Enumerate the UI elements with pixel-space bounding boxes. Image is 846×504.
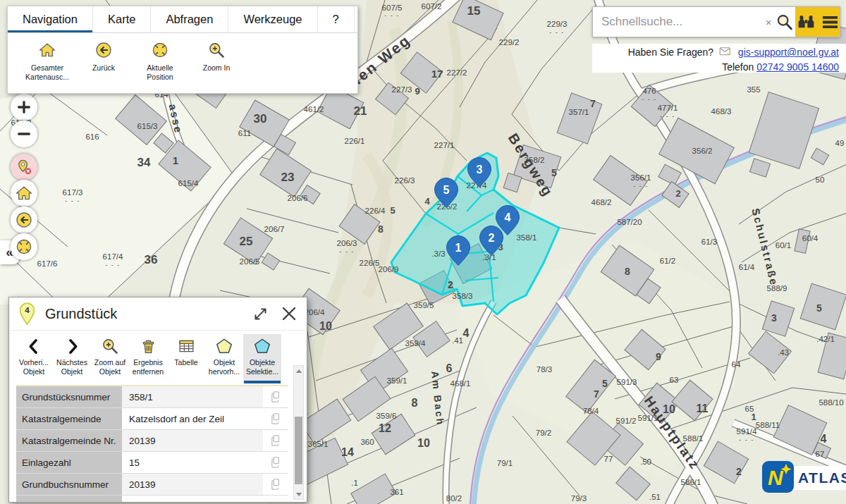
map-control-current-position[interactable] xyxy=(11,233,37,260)
support-phone-link[interactable]: 02742 9005 14600 xyxy=(756,61,839,73)
phone-label: Telefon xyxy=(722,61,754,73)
parcel-label: 616 xyxy=(85,133,99,141)
popup-scrollbar[interactable] xyxy=(293,365,304,500)
parcel-label: 617/3 xyxy=(63,188,83,197)
parcel-label: 468/1 xyxy=(450,379,471,388)
parcel-label: 8 xyxy=(625,266,630,277)
parcel-label: - - - xyxy=(660,113,675,120)
parcel-label: .43 xyxy=(778,348,789,357)
zoom-in-button[interactable]: Zoom In xyxy=(188,39,245,82)
copy-icon[interactable] xyxy=(263,452,288,473)
parcel-label: 25 xyxy=(240,235,253,248)
parcel-label: 607/5 xyxy=(382,4,403,12)
attribute-row: Grundbuchsnummer20139 xyxy=(16,474,288,496)
parcel-label: 15 xyxy=(467,4,481,18)
copy-icon[interactable] xyxy=(263,474,288,495)
parcel-label: - - - xyxy=(105,262,121,269)
button-label: NächstesObjekt xyxy=(56,358,87,376)
parcel-label: 468/3 xyxy=(711,107,732,116)
remove-result-button[interactable]: Ergebnisentfernen xyxy=(129,334,167,383)
scroll-down-icon[interactable] xyxy=(294,490,303,498)
parcel-label: 360 xyxy=(360,438,374,446)
ribbon-panel: NavigationKarteAbfragenWerkzeuge? Gesamt… xyxy=(7,6,358,94)
search-icon[interactable] xyxy=(774,7,795,37)
noe-logo: N xyxy=(762,461,794,493)
popup-title: Grundstück xyxy=(45,306,241,322)
select-objects-button[interactable]: ObjekteSelektie... xyxy=(243,334,281,383)
parcel-label: 79/2 xyxy=(536,429,551,437)
parcel-label: 229/3 xyxy=(547,20,568,28)
parcel-label: 79/3 xyxy=(571,494,587,503)
parcel-label: 60/4 xyxy=(802,234,819,242)
copy-icon[interactable] xyxy=(263,386,288,407)
tab-help[interactable]: ? xyxy=(318,6,355,32)
parcel-label: 61/3 xyxy=(701,238,717,246)
parcel-label: 355 xyxy=(747,85,760,94)
tab-navigation[interactable]: Navigation xyxy=(8,6,93,32)
parcel-label: 477/1 xyxy=(658,104,678,112)
support-email-link[interactable]: gis-support@noel.gv.at xyxy=(738,47,839,58)
scrollbar-thumb[interactable] xyxy=(295,417,302,484)
search-input[interactable] xyxy=(593,7,763,37)
parcel-label: 10 xyxy=(319,320,332,332)
email-icon xyxy=(719,47,732,61)
atlas-logo-text: ATLAS xyxy=(798,469,846,486)
tab-werkzeuge[interactable]: Werkzeuge xyxy=(228,6,317,32)
parcel-label: 206/7 xyxy=(264,225,285,233)
map-control-remove-marker[interactable] xyxy=(11,154,37,180)
parcel-label: 591/1 xyxy=(638,414,658,422)
attribute-value: 358/1 xyxy=(122,386,263,407)
parcel-label: 64 xyxy=(732,360,741,369)
parcel-label: 359/5 xyxy=(414,301,434,309)
parcel-label: 63 xyxy=(670,376,679,384)
highlight-object-button[interactable]: Objekthervorh... xyxy=(205,334,243,383)
zoom-to-object-icon xyxy=(101,334,119,358)
attribute-label: Katastralgemeinde xyxy=(16,408,122,429)
parcel-label: 21 xyxy=(354,104,367,118)
parcel-label: 227/1 xyxy=(434,141,455,149)
parcel-label: 9 xyxy=(415,86,419,97)
menu-icon[interactable] xyxy=(821,15,839,30)
table-button[interactable]: Tabelle xyxy=(167,334,205,383)
remove-result-icon xyxy=(140,334,157,358)
parcel-label: 50 xyxy=(816,176,825,184)
parcel-label: 8 xyxy=(378,223,384,235)
binoculars-icon[interactable] xyxy=(796,13,816,30)
full-extent-button[interactable]: GesamterKartenausc... xyxy=(19,39,75,82)
parcel-label: 17 xyxy=(431,68,443,80)
current-position-button[interactable]: AktuellePosition xyxy=(132,39,188,82)
next-object-button[interactable]: NächstesObjekt xyxy=(53,334,91,383)
previous-object-button[interactable]: Vorheri...Objekt xyxy=(15,334,53,383)
parcel-label: 34 xyxy=(137,156,151,169)
attribute-row: Einlagezahl15 xyxy=(16,452,288,474)
svg-text:1: 1 xyxy=(455,242,462,254)
parcel-label: 356/2 xyxy=(692,147,713,155)
scroll-up-icon[interactable] xyxy=(294,367,303,375)
zoom-in-icon xyxy=(188,39,245,61)
parcel-label: 358/3 xyxy=(453,292,473,300)
attribute-row: Katastralgemeinde Nr.20139 xyxy=(16,430,288,452)
parcel-label: 7 xyxy=(594,388,599,400)
parcel-label: 359/4 xyxy=(405,339,426,348)
popup-close-icon[interactable] xyxy=(280,305,298,323)
map-control-back[interactable] xyxy=(11,207,37,233)
parcel-label: 49 xyxy=(835,139,845,147)
map-control-zoom-in[interactable] xyxy=(11,94,37,121)
tab-abfragen[interactable]: Abfragen xyxy=(151,6,228,32)
copy-icon[interactable] xyxy=(263,430,288,451)
search-clear-icon[interactable]: × xyxy=(763,7,774,37)
tab-karte[interactable]: Karte xyxy=(93,6,151,32)
copy-icon[interactable] xyxy=(263,408,288,429)
zoom-to-object-button[interactable]: Zoom aufObjekt xyxy=(91,334,129,383)
parcel-label: 30 xyxy=(254,112,267,125)
map-control-home-extent[interactable] xyxy=(11,180,37,207)
map-control-zoom-out[interactable] xyxy=(11,121,37,147)
parcel-label: 365/1 xyxy=(308,440,329,448)
current-position-icon xyxy=(132,39,188,61)
popup-expand-icon[interactable] xyxy=(252,306,269,322)
attribute-label: Grundstücksnummer xyxy=(16,386,122,407)
back-button[interactable]: Zurück xyxy=(75,39,132,82)
parcel-label: 206/3 xyxy=(337,239,357,247)
parcel-label: 588/11 xyxy=(756,421,780,429)
parcel-label: 361 xyxy=(390,488,403,496)
